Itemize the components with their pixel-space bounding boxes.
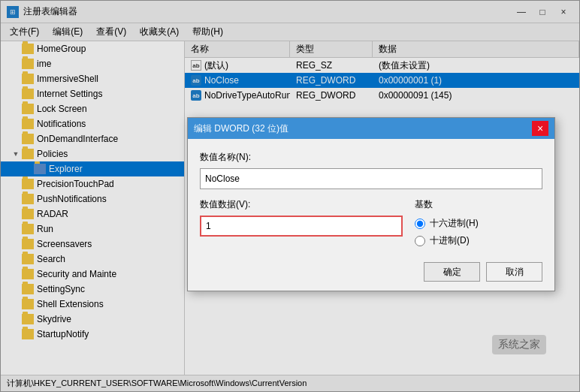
name-label: 数值名称(N):	[200, 151, 542, 164]
value-section: 数值数据(V):	[200, 198, 403, 237]
value-base-row: 数值数据(V): 基数 十六进制(H)	[200, 198, 542, 247]
base-label: 基数	[415, 198, 542, 211]
value-input-wrapper	[200, 216, 403, 237]
dialog-close-button[interactable]: ×	[532, 121, 548, 136]
dialog-footer: 确定 取消	[188, 256, 554, 291]
cancel-button[interactable]: 取消	[486, 262, 542, 282]
dialog-title: 编辑 DWORD (32 位)值	[194, 122, 288, 135]
radio-dec-label[interactable]: 十进制(D)	[415, 234, 542, 247]
ok-button[interactable]: 确定	[424, 262, 480, 282]
dialog-titlebar: 编辑 DWORD (32 位)值 ×	[188, 118, 554, 139]
radio-dec[interactable]	[415, 236, 425, 246]
radio-dec-text: 十进制(D)	[430, 234, 470, 247]
edit-dword-dialog: 编辑 DWORD (32 位)值 × 数值名称(N): 数值数据(V):	[187, 117, 555, 291]
radio-hex-text: 十六进制(H)	[430, 217, 479, 230]
dialog-body: 数值名称(N): 数值数据(V): 基数	[188, 139, 554, 256]
value-label: 数值数据(V):	[200, 198, 403, 211]
radio-hex-label[interactable]: 十六进制(H)	[415, 217, 542, 230]
name-input[interactable]	[200, 168, 542, 189]
radio-hex[interactable]	[415, 219, 425, 229]
main-window: ⊞ 注册表编辑器 — □ × 文件(F) 编辑(E) 查看(V) 收藏夹(A) …	[0, 0, 580, 392]
value-input[interactable]	[200, 216, 403, 237]
base-section: 基数 十六进制(H) 十进制(D)	[415, 198, 542, 247]
radio-group: 十六进制(H) 十进制(D)	[415, 217, 542, 247]
